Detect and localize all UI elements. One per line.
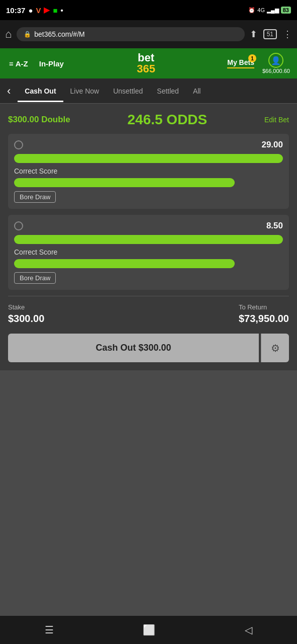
inplay-nav[interactable]: In-Play <box>33 59 70 68</box>
back-button[interactable]: ‹ <box>0 85 18 98</box>
menu-icon[interactable]: ⋮ <box>283 29 292 40</box>
menu-lines-icon: ≡ <box>9 59 14 68</box>
leg-1-progress-full <box>14 154 283 163</box>
return-label: To Return <box>239 303 289 311</box>
signal-icon: ▂▄▆ <box>267 7 279 14</box>
logo-bet: bet <box>137 52 155 63</box>
leg-1: 29.00 Correct Score Bore Draw <box>8 134 289 209</box>
account-nav[interactable]: 👤 $66,000.60 <box>259 53 293 74</box>
leg-1-odds: 29.00 <box>261 140 283 150</box>
home-nav-icon[interactable]: ⬜ <box>143 624 155 636</box>
stake-value: $300.00 <box>8 313 44 325</box>
tab-all[interactable]: All <box>186 80 208 102</box>
leg-2-selection: Bore Draw <box>14 272 56 284</box>
return-col: To Return $73,950.00 <box>239 303 289 325</box>
cashout-settings-button[interactable]: ⚙ <box>261 334 289 362</box>
browser-bar: ⌂ 🔒 bet365.com/#/M ⬆ 51 ⋮ <box>0 20 297 48</box>
cashout-row: Cash Out $300.00 ⚙ <box>8 334 289 362</box>
app-icon: ■ <box>53 6 57 15</box>
v-icon: V <box>36 6 41 15</box>
leg-1-type: Correct Score <box>14 167 283 175</box>
az-label: A-Z <box>16 59 28 68</box>
leg-1-selection: Bore Draw <box>14 191 56 203</box>
bet-odds: 246.5 ODDS <box>128 112 208 128</box>
leg-2-header: 8.50 <box>14 221 283 231</box>
empty-area <box>0 370 297 501</box>
stake-label: Stake <box>8 303 44 311</box>
logo: bet 365 <box>70 52 222 74</box>
bet-header: $300.00 Double 246.5 ODDS Edit Bet <box>8 112 289 128</box>
cashout-button[interactable]: Cash Out $300.00 <box>8 334 259 362</box>
yt-icon: ▶ <box>44 6 50 15</box>
share-icon[interactable]: ⬆ <box>250 29 257 40</box>
leg-1-header: 29.00 <box>14 140 283 150</box>
leg-2-progress-full <box>14 235 283 244</box>
status-bar: 10:37 ● V ▶ ■ • ⏰ 4G ▂▄▆ 83 <box>0 0 297 20</box>
tab-livenow[interactable]: Live Now <box>63 80 107 102</box>
edit-bet-button[interactable]: Edit Bet <box>264 116 289 124</box>
lock-icon: 🔒 <box>24 31 31 38</box>
logo-365: 365 <box>137 63 155 74</box>
alarm-icon: ⏰ <box>248 7 255 14</box>
tab-count[interactable]: 51 <box>263 29 277 39</box>
leg-1-radio <box>14 140 23 149</box>
mybets-badge: 1 <box>248 54 256 62</box>
leg-2-radio <box>14 221 23 230</box>
account-balance: $66,000.60 <box>262 68 290 74</box>
url-text: bet365.com/#/M <box>34 30 84 38</box>
fb-icon: ● <box>28 6 33 15</box>
mybets-underline <box>227 67 254 68</box>
tab-cashout[interactable]: Cash Out <box>18 80 63 102</box>
tab-settled[interactable]: Settled <box>150 80 186 102</box>
return-value: $73,950.00 <box>239 313 289 325</box>
dot-icon: • <box>61 6 63 15</box>
az-nav[interactable]: ≡ A-Z <box>4 59 33 68</box>
stake-col: Stake $300.00 <box>8 303 44 325</box>
url-bar[interactable]: 🔒 bet365.com/#/M <box>17 27 244 41</box>
leg-2: 8.50 Correct Score Bore Draw <box>8 215 289 290</box>
battery-icon: 83 <box>281 7 291 14</box>
leg-2-type: Correct Score <box>14 248 283 256</box>
gear-icon: ⚙ <box>271 342 280 354</box>
top-nav: ≡ A-Z In-Play bet 365 1 My Bets 👤 $66,00… <box>0 48 297 78</box>
back-nav-icon[interactable]: ◁ <box>245 624 252 636</box>
home-icon[interactable]: ⌂ <box>5 28 12 41</box>
leg-2-progress-partial <box>14 259 235 268</box>
main-content: $300.00 Double 246.5 ODDS Edit Bet 29.00… <box>0 104 297 370</box>
leg-1-progress-partial <box>14 178 235 187</box>
stake-section: Stake $300.00 To Return $73,950.00 <box>8 296 289 332</box>
hamburger-icon[interactable]: ☰ <box>45 624 54 636</box>
leg-2-odds: 8.50 <box>266 221 283 231</box>
network-icon: 4G <box>257 7 265 13</box>
tab-unsettled[interactable]: Unsettled <box>106 80 150 102</box>
time: 10:37 <box>6 6 25 15</box>
mybets-nav[interactable]: 1 My Bets <box>222 58 259 68</box>
account-icon: 👤 <box>268 53 283 68</box>
inplay-label: In-Play <box>39 59 64 68</box>
bet-title: $300.00 Double <box>8 115 70 125</box>
tabs-bar: ‹ Cash Out Live Now Unsettled Settled Al… <box>0 78 297 104</box>
bottom-nav: ☰ ⬜ ◁ <box>0 616 297 644</box>
